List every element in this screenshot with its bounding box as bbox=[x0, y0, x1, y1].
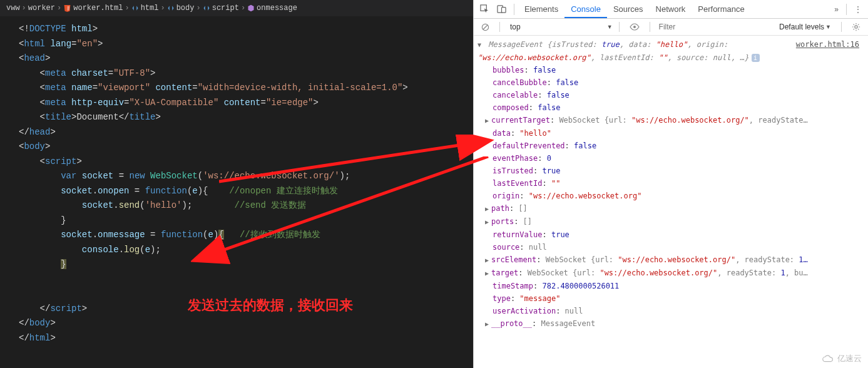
prop-ports[interactable]: ▶ports: [] bbox=[476, 215, 865, 228]
breadcrumb-root[interactable]: vww bbox=[6, 4, 20, 13]
code-token: 'ws://echo.websocket.org/' bbox=[203, 171, 339, 181]
code-token: > bbox=[93, 24, 98, 34]
code-token: socket bbox=[82, 171, 113, 181]
code-comment: //send 发送数据 bbox=[235, 200, 307, 210]
log-levels-selector[interactable]: Default levels ▼ bbox=[779, 23, 835, 31]
chevron-right-icon: › bbox=[125, 4, 129, 13]
kebab-menu-icon[interactable]: ⋮ bbox=[850, 3, 865, 16]
code-token: "X-UA-Compatible" bbox=[129, 98, 218, 108]
prop-currenttarget[interactable]: ▶currentTarget: WebSocket {url: "ws://ec… bbox=[476, 114, 865, 127]
expand-toggle-icon[interactable]: ▶ bbox=[485, 267, 491, 280]
clear-console-icon[interactable] bbox=[477, 21, 493, 34]
html5-icon bbox=[63, 4, 71, 13]
code-token: html bbox=[29, 333, 51, 343]
code-token: title bbox=[45, 112, 71, 122]
chevron-right-icon: › bbox=[241, 4, 245, 13]
separator bbox=[499, 22, 500, 32]
breadcrumb-script[interactable]: script bbox=[212, 4, 239, 13]
tag-icon bbox=[167, 4, 175, 12]
devtools-tabbar: Elements Console Sources Network Perform… bbox=[474, 0, 868, 19]
info-badge-icon[interactable]: i bbox=[752, 54, 760, 62]
code-token: meta bbox=[45, 98, 66, 108]
code-token: content bbox=[155, 83, 192, 93]
chevron-down-icon: ▼ bbox=[825, 24, 831, 30]
code-token: charset bbox=[71, 68, 108, 78]
prop-lasteventid: lastEventId: "" bbox=[476, 177, 865, 190]
prop-cancelable: cancelable: false bbox=[476, 89, 865, 101]
chevron-right-icon: › bbox=[22, 4, 26, 13]
code-token: "UTF-8" bbox=[113, 68, 150, 78]
code-token: "en" bbox=[76, 39, 98, 49]
prop-srcelement[interactable]: ▶srcElement: WebSocket {url: "ws://echo.… bbox=[476, 253, 865, 267]
prop-target[interactable]: ▶target: WebSocket {url: "ws://echo.webs… bbox=[476, 267, 865, 280]
inspect-icon[interactable] bbox=[476, 2, 493, 16]
code-token: console bbox=[82, 245, 119, 255]
code-token: var bbox=[61, 171, 76, 181]
code-token: "viewport" bbox=[98, 83, 150, 93]
expand-toggle-icon[interactable]: ▼ bbox=[477, 39, 484, 51]
chevron-right-icon: › bbox=[160, 4, 165, 13]
breadcrumb[interactable]: vww › worker › worker.html › html › body… bbox=[0, 0, 473, 17]
expand-toggle-icon[interactable]: ▶ bbox=[485, 318, 491, 330]
context-selector[interactable]: top bbox=[506, 21, 524, 33]
expand-toggle-icon[interactable]: ▶ bbox=[485, 216, 491, 228]
breadcrumb-html[interactable]: html bbox=[141, 4, 159, 13]
breadcrumb-folder[interactable]: worker bbox=[28, 4, 55, 13]
code-token: log bbox=[124, 245, 140, 255]
code-comment: //onopen 建立连接时触发 bbox=[229, 186, 338, 196]
expand-toggle-icon[interactable]: ▶ bbox=[485, 203, 491, 215]
expand-toggle-icon[interactable]: ▶ bbox=[485, 254, 491, 267]
breadcrumb-file[interactable]: worker.html bbox=[73, 4, 123, 13]
prop-proto[interactable]: ▶__proto__: MessageEvent bbox=[476, 317, 865, 330]
tag-icon bbox=[131, 4, 139, 12]
separator bbox=[619, 22, 620, 32]
prop-composed: composed: false bbox=[476, 101, 865, 114]
tab-performance[interactable]: Performance bbox=[692, 1, 750, 17]
cube-icon bbox=[247, 4, 255, 12]
chevron-right-icon: › bbox=[196, 4, 200, 13]
tab-elements[interactable]: Elements bbox=[518, 1, 564, 17]
annotation-label: 发送过去的数据，接收回来 bbox=[188, 298, 353, 313]
device-toggle-icon[interactable] bbox=[493, 2, 510, 16]
code-token: send bbox=[119, 200, 140, 210]
separator bbox=[650, 22, 650, 32]
breadcrumb-body[interactable]: body bbox=[176, 4, 195, 13]
code-token: html bbox=[66, 24, 93, 34]
more-tabs-icon[interactable]: » bbox=[830, 3, 842, 16]
tab-network[interactable]: Network bbox=[650, 1, 692, 17]
gear-icon[interactable] bbox=[848, 20, 864, 34]
code-area[interactable]: <!DOCTYPE html> <html lang="en"> <head> … bbox=[0, 17, 473, 350]
prop-data: data: "hello" bbox=[476, 127, 865, 140]
prop-path[interactable]: ▶path: [] bbox=[476, 202, 865, 215]
code-token: <! bbox=[19, 24, 29, 34]
filter-input[interactable] bbox=[656, 21, 744, 33]
tab-console[interactable]: Console bbox=[564, 1, 607, 18]
separator bbox=[514, 4, 514, 15]
prop-timestamp: timeStamp: 782.4800000526011 bbox=[476, 280, 865, 292]
prop-cancelbubble: cancelBubble: false bbox=[476, 76, 865, 89]
code-token: = bbox=[145, 230, 161, 240]
console-output[interactable]: worker.html:16 ▼ MessageEvent {isTrusted… bbox=[474, 36, 868, 368]
breadcrumb-onmessage[interactable]: onmessage bbox=[257, 4, 297, 13]
expand-toggle-icon[interactable]: ▶ bbox=[485, 115, 491, 127]
watermark-text: 亿速云 bbox=[837, 353, 862, 364]
code-token: "width=device-width, initial-scale=1.0" bbox=[198, 83, 403, 93]
tab-sources[interactable]: Sources bbox=[607, 1, 650, 17]
console-toolbar: top ▼ Default levels ▼ bbox=[474, 19, 868, 36]
code-token: script bbox=[45, 156, 76, 166]
eye-icon[interactable] bbox=[626, 21, 643, 33]
code-token: content bbox=[224, 98, 261, 108]
cloud-icon bbox=[821, 354, 835, 363]
code-token: function bbox=[145, 186, 187, 196]
code-token: body bbox=[29, 318, 51, 328]
svg-line-6 bbox=[483, 24, 488, 29]
tag-icon bbox=[203, 4, 210, 12]
chevron-down-icon[interactable]: ▼ bbox=[607, 24, 613, 30]
code-token: body bbox=[24, 141, 45, 151]
code-token: meta bbox=[45, 68, 66, 78]
prop-origin: origin: "ws://echo.websocket.org" bbox=[476, 190, 865, 202]
chevron-right-icon: › bbox=[57, 4, 61, 13]
log-message[interactable]: ▼ MessageEvent {isTrusted: true, data: "… bbox=[476, 38, 865, 64]
code-token: = bbox=[129, 186, 145, 196]
code-token: e bbox=[192, 186, 197, 196]
